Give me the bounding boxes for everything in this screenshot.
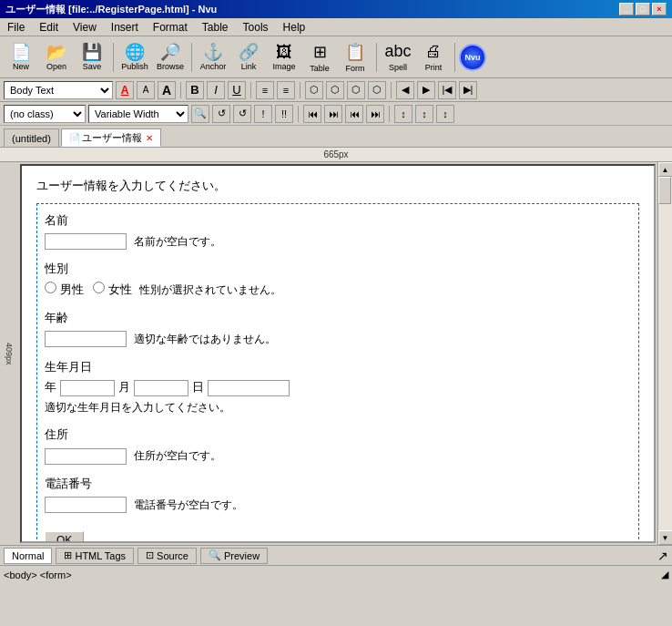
ok-button[interactable]: OK: [45, 531, 84, 543]
scroll-down-button[interactable]: ▼: [658, 530, 673, 545]
tab-normal[interactable]: Normal: [4, 548, 52, 564]
menu-edit[interactable]: Edit: [36, 20, 62, 35]
ol-button[interactable]: ≡: [256, 81, 274, 99]
input-phone[interactable]: [45, 497, 127, 513]
menu-tools[interactable]: Tools: [239, 20, 272, 35]
font-large-button[interactable]: A: [158, 81, 176, 99]
input-name[interactable]: [45, 233, 127, 250]
form-dashed-area: 名前 名前が空白です。 性別 男性: [36, 203, 639, 543]
ruler: 665px: [0, 148, 672, 162]
class-toolbar: (no class) Variable Width 🔍 ↺ ↺ ! !! ⏮ ⏭…: [0, 102, 672, 126]
new-button[interactable]: 📄 New: [4, 40, 38, 75]
align-btn-2[interactable]: ↕: [415, 105, 433, 123]
separator-10: [389, 106, 390, 122]
indent-more-button[interactable]: ▶: [417, 81, 435, 99]
menu-format[interactable]: Format: [149, 20, 191, 35]
radio-female-input[interactable]: [93, 282, 105, 293]
tab-preview-label: Preview: [224, 550, 260, 561]
label-name: 名前: [45, 211, 631, 231]
separator-6: [250, 82, 251, 98]
minimize-button[interactable]: _: [619, 3, 634, 15]
menubar: File Edit View Insert Format Table Tools…: [0, 18, 672, 36]
editor-area[interactable]: ユーザー情報を入力してください。 名前 名前が空白です。 性別: [20, 164, 656, 543]
radio-male-input[interactable]: [45, 282, 56, 293]
refresh-btn-1[interactable]: ↺: [212, 105, 230, 123]
nav-btn-3[interactable]: ⏮: [345, 105, 363, 123]
exclaim-btn-1[interactable]: !: [254, 105, 272, 123]
open-button[interactable]: 📂 Open: [39, 40, 74, 75]
tab-html-tags[interactable]: ⊞ HTML Tags: [56, 548, 134, 564]
align-center-button[interactable]: ⬡: [326, 81, 344, 99]
maximize-button[interactable]: □: [636, 3, 650, 15]
name-row: 名前が空白です。: [45, 232, 631, 251]
browse-button[interactable]: 🔎 Browse: [153, 40, 188, 75]
scrollbar-vertical[interactable]: ▲ ▼: [657, 162, 672, 545]
form-button[interactable]: 📋 Form: [338, 40, 372, 75]
tab-source[interactable]: ⊡ Source: [137, 548, 197, 564]
style-select[interactable]: Body Text: [4, 81, 113, 99]
menu-insert[interactable]: Insert: [107, 20, 142, 35]
align-left-button[interactable]: ⬡: [305, 81, 323, 99]
link-button[interactable]: 🔗 Link: [231, 40, 266, 75]
close-button[interactable]: ×: [652, 3, 667, 15]
print-button[interactable]: 🖨 Print: [416, 40, 451, 75]
menu-table[interactable]: Table: [199, 20, 232, 35]
align-btn-3[interactable]: ↕: [436, 105, 454, 123]
form-icon: 📋: [345, 42, 365, 62]
align-justify-button[interactable]: ⬡: [368, 81, 386, 99]
refresh-btn-2[interactable]: ↺: [233, 105, 251, 123]
class-select[interactable]: (no class): [4, 105, 86, 123]
age-row: 適切な年齢ではありません。: [45, 330, 631, 349]
separator-4: [454, 43, 455, 72]
align-right-button[interactable]: ⬡: [347, 81, 365, 99]
spell-button[interactable]: abc Spell: [381, 40, 415, 75]
separator-5: [180, 82, 181, 98]
nav-btn-2[interactable]: ⏭: [324, 105, 342, 123]
tab-userinfo[interactable]: 📄 ユーザー情報 ✕: [61, 128, 161, 147]
menu-help[interactable]: Help: [280, 20, 310, 35]
width-select[interactable]: Variable Width: [88, 105, 188, 123]
save-icon: 💾: [82, 44, 102, 60]
nav-btn-4[interactable]: ⏭: [366, 105, 384, 123]
tab-preview[interactable]: 🔍 Preview: [200, 548, 268, 564]
menu-file[interactable]: File: [4, 20, 28, 35]
anchor-button[interactable]: ⚓ Anchor: [196, 40, 230, 75]
input-month[interactable]: [134, 380, 188, 396]
input-year[interactable]: [60, 380, 115, 396]
scroll-up-button[interactable]: ▲: [658, 162, 673, 177]
ul-button[interactable]: ≡: [277, 81, 295, 99]
format-extra-1[interactable]: |◀: [438, 81, 456, 99]
format-extra-2[interactable]: ▶|: [459, 81, 477, 99]
ruler-text: 665px: [323, 149, 348, 159]
bold-button[interactable]: B: [186, 81, 204, 99]
input-age[interactable]: [45, 331, 127, 347]
save-button[interactable]: 💾 Save: [75, 40, 109, 75]
separator-2: [191, 43, 192, 72]
new-icon: 📄: [11, 44, 31, 60]
nav-btn-1[interactable]: ⏮: [303, 105, 321, 123]
align-btn-1[interactable]: ↕: [394, 105, 412, 123]
radio-female[interactable]: 女性: [93, 282, 135, 296]
image-button[interactable]: 🖼 Image: [267, 40, 301, 75]
scroll-thumb[interactable]: [658, 177, 671, 204]
input-day[interactable]: [208, 380, 290, 396]
tab-close-button[interactable]: ✕: [146, 133, 153, 143]
font-small-button[interactable]: A: [137, 81, 155, 99]
window-controls: _ □ ×: [619, 3, 667, 15]
scroll-track[interactable]: [658, 177, 673, 530]
italic-button[interactable]: I: [207, 81, 225, 99]
phone-row: 電話番号が空白です。: [45, 496, 631, 515]
input-address[interactable]: [45, 448, 127, 465]
radio-male[interactable]: 男性: [45, 282, 87, 296]
exclaim-btn-2[interactable]: !!: [275, 105, 293, 123]
search-btn[interactable]: 🔍: [191, 105, 209, 123]
indent-less-button[interactable]: ◀: [396, 81, 414, 99]
publish-button[interactable]: 🌐 Publish: [117, 40, 152, 75]
tab-untitled[interactable]: (untitled): [4, 128, 59, 147]
section-gender: 性別 男性 女性 性別が選択されていません。: [45, 260, 631, 300]
color-button[interactable]: A: [116, 81, 134, 99]
table-button[interactable]: ⊞ Table: [302, 40, 337, 75]
menu-view[interactable]: View: [69, 20, 100, 35]
nav-tools: 🌐 Publish 🔎 Browse: [117, 40, 188, 75]
underline-button[interactable]: U: [228, 81, 246, 99]
